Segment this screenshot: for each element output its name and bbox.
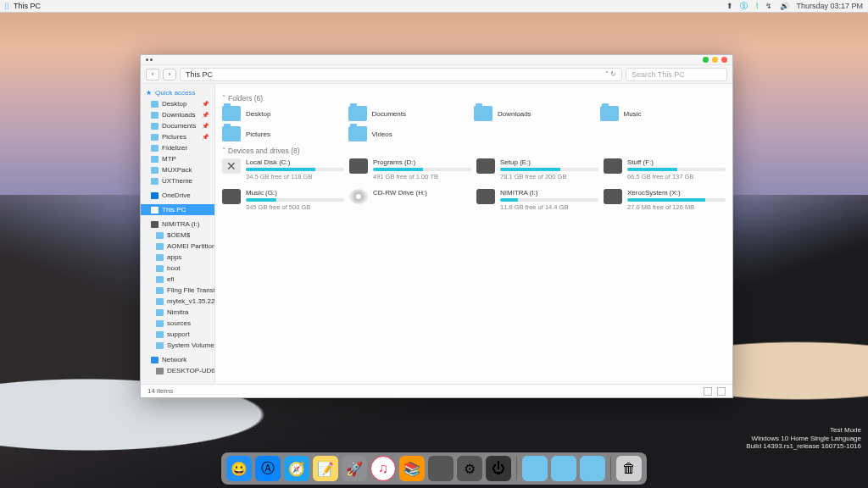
- sidebar-item[interactable]: $OEM$: [141, 230, 214, 241]
- maximize-button[interactable]: [712, 57, 718, 63]
- sidebar-item[interactable]: mytek_v1.35.22_setu: [141, 296, 214, 307]
- folder-label: Videos: [372, 130, 392, 138]
- folder-icon: [222, 106, 241, 121]
- sidebar-item[interactable]: boot: [141, 263, 214, 274]
- drive-name: Programs (D:): [373, 158, 471, 166]
- sidebar-item-downloads[interactable]: Downloads📌: [141, 109, 214, 120]
- content-pane: ˅Folders (6) DesktopDocumentsDownloadsMu…: [215, 84, 732, 384]
- folder-icon: [348, 126, 367, 141]
- dock-separator: [516, 457, 517, 480]
- sidebar-drive-nimitra[interactable]: NIMITRA (I:): [141, 219, 214, 230]
- titlebar[interactable]: [141, 55, 732, 65]
- drive-name: Local Disk (C:): [246, 158, 344, 166]
- clock[interactable]: Thursday 03:17 PM: [796, 2, 863, 10]
- menubar-right: ⬆ ⓢ ⌇ ↯ 🔊 Thursday 03:17 PM: [721, 1, 863, 12]
- status-text: 14 items: [147, 387, 173, 395]
- network-icon[interactable]: ⌇: [755, 2, 759, 10]
- folder-label: Desktop: [246, 110, 270, 118]
- drive-icon: [604, 189, 622, 204]
- tray-icon[interactable]: ↯: [765, 2, 772, 10]
- dock-folder-icon[interactable]: [580, 456, 605, 481]
- sidebar-item-mtp[interactable]: MTP: [141, 153, 214, 164]
- sidebar-network-pc[interactable]: DESKTOP-UD6VV6M: [141, 365, 214, 376]
- sidebar-onedrive[interactable]: OneDrive: [141, 190, 214, 201]
- drive[interactable]: XerocSystem (X:)27.0 MB free of 126 MB: [604, 189, 726, 211]
- minimize-button[interactable]: [703, 57, 709, 63]
- dock-power-icon[interactable]: ⏻: [486, 456, 511, 481]
- sidebar-item-pictures[interactable]: Pictures📌: [141, 131, 214, 142]
- folder-icon: [348, 106, 367, 121]
- drive-icon: [476, 189, 495, 204]
- drive-icon: [349, 158, 368, 174]
- drive[interactable]: Music (G:)345 GB free of 500 GB: [222, 189, 344, 211]
- sidebar-network[interactable]: Network: [141, 354, 214, 365]
- sidebar-item[interactable]: Nimitra: [141, 307, 214, 318]
- sidebar-item-fidelizer[interactable]: Fidelizer: [141, 142, 214, 153]
- drive[interactable]: Stuff (F:)66.5 GB free of 137 GB: [604, 158, 726, 180]
- dock: 😀Ⓐ🧭📝🚀♫📚⚙⏻🗑: [221, 452, 647, 485]
- folder-videos[interactable]: Videos: [348, 126, 475, 141]
- window-menu-icon[interactable]: [146, 58, 153, 61]
- search-placeholder: Search This PC: [632, 70, 685, 79]
- dock-appstore-icon[interactable]: Ⓐ: [255, 456, 281, 481]
- sidebar-item-documents[interactable]: Documents📌: [141, 120, 214, 131]
- volume-icon[interactable]: 🔊: [780, 2, 789, 10]
- view-details-button[interactable]: [704, 387, 712, 396]
- dock-folder-icon[interactable]: [522, 456, 548, 481]
- drive[interactable]: NIMITRA (I:)11.8 GB free of 14.4 GB: [476, 189, 598, 211]
- sidebar-item[interactable]: apps: [141, 252, 214, 263]
- sidebar-item[interactable]: System Volume Info: [141, 340, 214, 351]
- dock-itunes-icon[interactable]: ♫: [370, 456, 396, 481]
- sidebar-quickaccess[interactable]: ★ Quick access: [141, 87, 214, 98]
- dock-notes-icon[interactable]: 📝: [313, 456, 338, 481]
- folder-pictures[interactable]: Pictures: [222, 126, 348, 141]
- dock-trash-icon[interactable]: 🗑: [616, 456, 642, 481]
- drive-free: 11.8 GB free of 14.4 GB: [500, 203, 598, 211]
- skype-icon[interactable]: ⓢ: [740, 2, 748, 10]
- sidebar-thispc[interactable]: This PC: [141, 204, 214, 215]
- sidebar-item-desktop[interactable]: Desktop📌: [141, 98, 214, 109]
- menubar:  This PC ⬆ ⓢ ⌇ ↯ 🔊 Thursday 03:17 PM: [0, 0, 868, 13]
- forward-button[interactable]: ›: [163, 69, 176, 80]
- explorer-window: ‹ › This PC ˅ ↻ Search This PC ★ Quick a…: [140, 54, 733, 398]
- dock-launchpad-icon[interactable]: 🚀: [342, 456, 367, 481]
- chevron-down-icon[interactable]: ˅ ↻: [605, 70, 616, 78]
- menubar-title[interactable]: This PC: [14, 2, 41, 10]
- folder-documents[interactable]: Documents: [348, 106, 475, 121]
- view-icons-button[interactable]: [717, 387, 726, 396]
- dock-ibooks-icon[interactable]: 📚: [399, 456, 425, 481]
- sidebar-item[interactable]: efi: [141, 274, 214, 285]
- drive[interactable]: Programs (D:)491 GB free of 1.00 TB: [349, 158, 471, 180]
- dock-finder-icon[interactable]: 😀: [226, 456, 252, 481]
- sidebar-item-uxtheme[interactable]: UXTheme: [141, 175, 214, 186]
- close-button[interactable]: [721, 57, 727, 63]
- address-bar[interactable]: This PC ˅ ↻: [180, 68, 622, 81]
- sidebar-item[interactable]: support: [141, 329, 214, 340]
- sidebar-item[interactable]: AOMEI Partition Ass: [141, 241, 214, 252]
- drive-name: NIMITRA (I:): [500, 189, 598, 197]
- usage-bar: [627, 168, 726, 171]
- folder-label: Documents: [372, 110, 406, 118]
- sidebar-item-muxpack[interactable]: MUXPack: [141, 164, 214, 175]
- search-input[interactable]: Search This PC: [626, 68, 727, 81]
- drive[interactable]: Setup (E:)78.1 GB free of 200 GB: [476, 158, 598, 180]
- drive[interactable]: ✕Local Disk (C:)34.5 GB free of 118 GB: [222, 158, 344, 180]
- group-folders[interactable]: ˅Folders (6): [222, 94, 726, 103]
- sidebar-item[interactable]: Fling File Transfer St: [141, 285, 214, 296]
- folder-desktop[interactable]: Desktop: [222, 106, 348, 121]
- usage-bar: [500, 198, 598, 202]
- dock-siri-icon[interactable]: [428, 456, 453, 481]
- apple-menu-icon[interactable]: : [5, 1, 8, 11]
- disc-icon: [349, 189, 368, 204]
- group-drives[interactable]: ˅Devices and drives (8): [222, 147, 726, 155]
- drive[interactable]: CD-RW Drive (H:): [349, 189, 471, 211]
- tray-icon[interactable]: ⬆: [726, 2, 733, 10]
- folder-downloads[interactable]: Downloads: [474, 106, 600, 121]
- usage-bar: [500, 168, 598, 171]
- dock-safari-icon[interactable]: 🧭: [284, 456, 309, 481]
- sidebar-item[interactable]: sources: [141, 318, 214, 329]
- dock-folder-icon[interactable]: [551, 456, 576, 481]
- dock-settings-icon[interactable]: ⚙: [457, 456, 482, 481]
- back-button[interactable]: ‹: [146, 69, 159, 80]
- folder-music[interactable]: Music: [600, 106, 726, 121]
